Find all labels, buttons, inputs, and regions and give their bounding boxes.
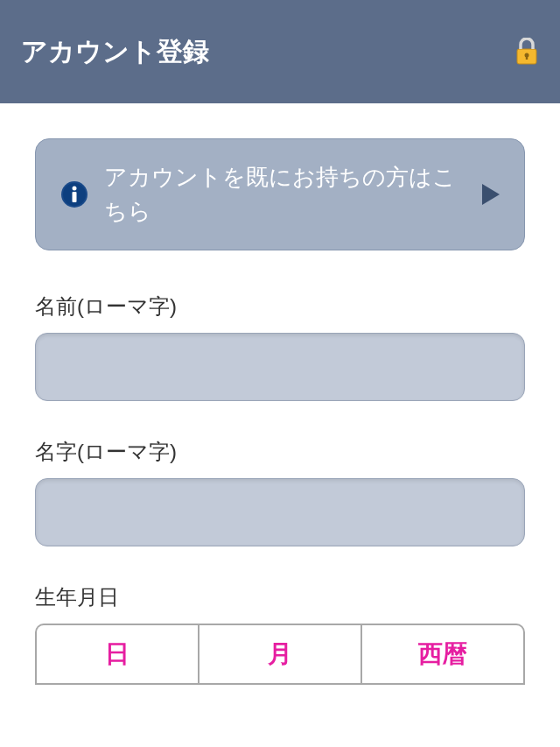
svg-marker-7	[482, 184, 500, 205]
arrow-right-icon	[482, 184, 500, 205]
page-title: アカウント登録	[21, 34, 209, 70]
first-name-label: 名前(ローマ字)	[35, 292, 525, 321]
lock-icon	[514, 38, 539, 66]
last-name-group: 名字(ローマ字)	[35, 438, 525, 546]
dob-day-select[interactable]: 日	[35, 624, 198, 685]
dob-label: 生年月日	[35, 583, 525, 611]
header: アカウント登録	[0, 0, 560, 103]
svg-rect-6	[73, 192, 77, 202]
content-area: アカウントを既にお持ちの方はこちら 名前(ローマ字) 名字(ローマ字) 生年月日…	[0, 103, 560, 685]
info-icon	[60, 180, 88, 208]
first-name-group: 名前(ローマ字)	[35, 292, 525, 401]
last-name-label: 名字(ローマ字)	[35, 438, 525, 466]
existing-account-banner[interactable]: アカウントを既にお持ちの方はこちら	[35, 138, 525, 250]
svg-rect-2	[526, 56, 528, 60]
dob-group: 生年月日 日 月 西暦	[35, 583, 525, 685]
existing-account-text: アカウントを既にお持ちの方はこちら	[104, 160, 466, 229]
first-name-input[interactable]	[35, 333, 525, 401]
last-name-input[interactable]	[35, 478, 525, 546]
dob-row: 日 月 西暦	[35, 624, 525, 685]
dob-month-select[interactable]: 月	[198, 624, 360, 685]
svg-point-5	[73, 187, 77, 191]
dob-year-select[interactable]: 西暦	[360, 624, 525, 685]
